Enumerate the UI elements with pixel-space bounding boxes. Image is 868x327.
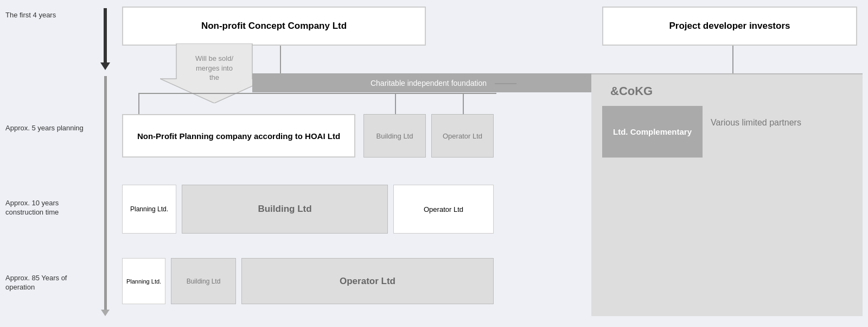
- nonprofit-concept-box: Non-profit Concept Company Ltd: [122, 7, 426, 46]
- building-ltd-top-box: Building Ltd: [363, 114, 426, 158]
- svg-text:Will be sold/: Will be sold/: [195, 54, 233, 62]
- dark-arrow-icon: [100, 8, 110, 73]
- ltd-complementary-box: Ltd. Complementary: [602, 106, 703, 158]
- timeline-label-planning: Approx. 5 years planning: [5, 124, 90, 172]
- line-v-concept-charitable: [280, 46, 281, 76]
- line-v-developer-cokg: [732, 46, 733, 76]
- svg-text:the: the: [209, 73, 219, 81]
- diagram-container: The first 4 years Approx. 5 years planni…: [0, 0, 868, 327]
- project-developer-box: Project developer investors: [602, 7, 857, 46]
- operator-ltd-top-box: Operator Ltd: [431, 114, 494, 158]
- timeline-label-construction: Approx. 10 years construction time: [5, 199, 90, 252]
- cokg-label: &CoKG: [610, 84, 653, 98]
- line-h-charitable-children: [138, 93, 496, 94]
- operator-ltd3-box: Operator Ltd: [241, 258, 494, 304]
- main-content: Non-profit Concept Company Ltd Will be s…: [95, 0, 586, 327]
- svg-text:merges into: merges into: [196, 64, 233, 72]
- line-h-top-separator: [591, 73, 863, 74]
- timeline-label-operation: Approx. 85 Years of operation: [5, 274, 90, 322]
- planning-ltd2-box: Planning Ltd.: [122, 185, 176, 234]
- line-v-to-planning: [138, 93, 139, 116]
- building-ltd3-box: Building Ltd: [171, 258, 236, 304]
- line-h-charitable-right: [495, 83, 516, 84]
- various-limited-partners-text: Various limited partners: [711, 117, 801, 129]
- grey-timeline-arrow: [100, 76, 110, 316]
- planning-ltd3-box: Planning Ltd.: [122, 258, 165, 304]
- charitable-foundation-box: Charitable independent foundation: [252, 73, 605, 92]
- right-panel: Project developer investors &CoKG Ltd. C…: [586, 0, 868, 327]
- line-v-to-building-top: [395, 93, 396, 116]
- timeline-labels: The first 4 years Approx. 5 years planni…: [0, 0, 95, 327]
- timeline-label-first: The first 4 years: [5, 11, 90, 59]
- planning-company-box: Non-Profit Planning company according to…: [122, 114, 355, 158]
- building-ltd2-box: Building Ltd: [182, 185, 388, 234]
- operator-ltd2-box: Operator Ltd: [393, 185, 494, 234]
- line-v-to-operator-top: [463, 93, 464, 116]
